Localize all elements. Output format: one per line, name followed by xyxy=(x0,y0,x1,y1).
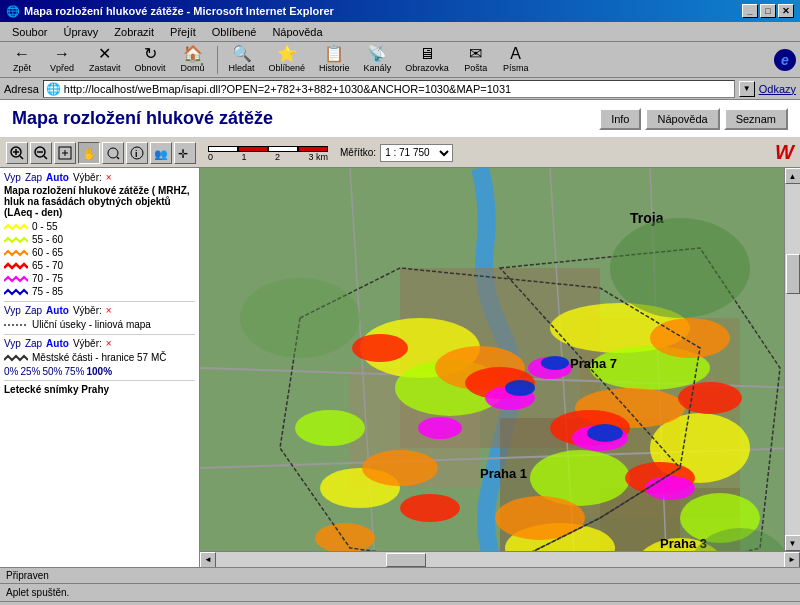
header-buttons: Info Nápověda Seznam xyxy=(599,108,788,130)
legend-vyp-3[interactable]: Vyp xyxy=(4,338,21,349)
legend-x-2[interactable]: × xyxy=(106,305,112,316)
scale-label-1: 1 xyxy=(241,152,246,162)
legend-wave-1 xyxy=(4,235,28,245)
toolbar: ← Zpět → Vpřed ✕ Zastavit ↻ Obnovit 🏠 Do… xyxy=(0,42,800,78)
svg-point-37 xyxy=(295,410,365,446)
menu-napoveda[interactable]: Nápověda xyxy=(264,24,330,40)
svg-text:✛: ✛ xyxy=(178,147,188,160)
legend-vyp-1[interactable]: Vyp xyxy=(4,172,21,183)
address-input[interactable] xyxy=(64,83,732,95)
menu-soubor[interactable]: Soubor xyxy=(4,24,55,40)
main-area: Vyp Zap Auto Výběr: × Mapa rozložení hlu… xyxy=(0,168,800,567)
legend-vyp-2[interactable]: Vyp xyxy=(4,305,21,316)
svg-line-12 xyxy=(117,157,119,159)
page-title: Mapa rozložení hlukové zátěže xyxy=(12,108,273,129)
move-button[interactable]: ✛ xyxy=(174,142,196,164)
home-button[interactable]: 🏠 Domů xyxy=(175,45,211,75)
legend-ulicni: Uliční úseky - liniová mapa xyxy=(4,318,195,331)
scroll-down-button[interactable]: ▼ xyxy=(785,535,801,551)
stop-button[interactable]: ✕ Zastavit xyxy=(84,45,126,75)
legend-label-3: 65 - 70 xyxy=(32,260,63,271)
mail-button[interactable]: ✉ Pošta xyxy=(458,45,494,75)
back-label: Zpět xyxy=(13,63,31,73)
favorites-button[interactable]: ⭐ Oblíbené xyxy=(264,45,311,75)
forward-icon: → xyxy=(54,46,70,62)
search-button[interactable]: 🔍 Hledat xyxy=(224,45,260,75)
scroll-thumb-h[interactable] xyxy=(386,553,426,567)
fullscreen-button[interactable]: 🖥 Obrazovka xyxy=(400,45,454,75)
title-bar-left: 🌐 Mapa rozložení hlukové zátěže - Micros… xyxy=(6,5,334,18)
opacity-100[interactable]: 100% xyxy=(87,366,113,377)
scroll-up-button[interactable]: ▲ xyxy=(785,168,801,184)
map-area: Troja Praha 7 Praha 1 Praha 3 Praha 2 ▲ xyxy=(200,168,800,567)
map-viewport[interactable]: Troja Praha 7 Praha 1 Praha 3 Praha 2 xyxy=(200,168,784,551)
meritko-label: Měřítko: xyxy=(340,147,376,158)
menu-zobrazit[interactable]: Zobrazit xyxy=(106,24,162,40)
refresh-button[interactable]: ↻ Obnovit xyxy=(130,45,171,75)
full-extent-icon xyxy=(58,146,72,160)
info-button[interactable]: Info xyxy=(599,108,641,130)
menu-prejit[interactable]: Přejít xyxy=(162,24,204,40)
address-dropdown[interactable]: ▼ xyxy=(739,81,755,97)
channels-icon: 📡 xyxy=(367,46,387,62)
legend-title-1: Mapa rozložení hlukové zátěže ( MRHZ, hl… xyxy=(4,185,195,218)
legend-vyber-label-2: Výběr: xyxy=(73,305,102,316)
legend-header-2: Vyp Zap Auto Výběr: × xyxy=(4,305,195,316)
legend-item-0: 0 - 55 xyxy=(4,220,195,233)
window-title: Mapa rozložení hlukové zátěže - Microsof… xyxy=(24,5,334,17)
legend-auto-3[interactable]: Auto xyxy=(46,338,69,349)
forward-button[interactable]: → Vpřed xyxy=(44,45,80,75)
search-icon: 🔍 xyxy=(232,46,252,62)
opacity-75[interactable]: 75% xyxy=(64,366,84,377)
legend-label-4: 70 - 75 xyxy=(32,273,63,284)
globe-icon: 🌐 xyxy=(46,82,61,96)
measure-button[interactable]: 👥 xyxy=(150,142,172,164)
legend-auto-1[interactable]: Auto xyxy=(46,172,69,183)
menu-upravy[interactable]: Úpravy xyxy=(55,24,106,40)
scroll-track-h[interactable] xyxy=(216,552,784,568)
scroll-track-v[interactable] xyxy=(785,184,801,535)
legend-label-2: 60 - 65 xyxy=(32,247,63,258)
legend-zap-2[interactable]: Zap xyxy=(25,305,42,316)
legend-zap-1[interactable]: Zap xyxy=(25,172,42,183)
menu-oblibene[interactable]: Oblíbené xyxy=(204,24,265,40)
opacity-0[interactable]: 0% xyxy=(4,366,18,377)
select-button[interactable] xyxy=(102,142,124,164)
select-icon xyxy=(106,146,120,160)
legend-x-3[interactable]: × xyxy=(106,338,112,349)
channels-button[interactable]: 📡 Kanály xyxy=(359,45,397,75)
address-input-wrap: 🌐 xyxy=(43,80,735,98)
legend-header-1: Vyp Zap Auto Výběr: × xyxy=(4,172,195,183)
opacity-50[interactable]: 50% xyxy=(42,366,62,377)
svg-text:✋: ✋ xyxy=(82,146,96,160)
pan-button[interactable]: ✋ xyxy=(78,142,100,164)
legend-zap-3[interactable]: Zap xyxy=(25,338,42,349)
opacity-25[interactable]: 25% xyxy=(20,366,40,377)
back-button[interactable]: ← Zpět xyxy=(4,45,40,75)
svg-point-50 xyxy=(352,334,408,362)
scroll-thumb-v[interactable] xyxy=(786,254,800,294)
font-button[interactable]: A Písma xyxy=(498,45,534,75)
scroll-left-button[interactable]: ◄ xyxy=(200,552,216,568)
info-map-button[interactable]: i xyxy=(126,142,148,164)
maximize-button[interactable]: □ xyxy=(760,4,776,18)
zoom-out-button[interactable] xyxy=(30,142,52,164)
scroll-right-button[interactable]: ► xyxy=(784,552,800,568)
svg-text:👥: 👥 xyxy=(154,147,168,160)
close-button[interactable]: ✕ xyxy=(778,4,794,18)
zoom-in-button[interactable] xyxy=(6,142,28,164)
links-label[interactable]: Odkazy xyxy=(759,83,796,95)
menu-bar: Soubor Úpravy Zobrazit Přejít Oblíbené N… xyxy=(0,22,800,42)
napoveda-button[interactable]: Nápověda xyxy=(645,108,719,130)
legend-title-2: Uliční úseky - liniová mapa xyxy=(32,319,151,330)
meritko-select[interactable]: 1 : 71 750 1 : 50 000 1 : 100 000 xyxy=(380,144,453,162)
favorites-icon: ⭐ xyxy=(277,46,297,62)
legend-x-1[interactable]: × xyxy=(106,172,112,183)
minimize-button[interactable]: _ xyxy=(742,4,758,18)
full-extent-button[interactable] xyxy=(54,142,76,164)
history-button[interactable]: 📋 Historie xyxy=(314,45,355,75)
address-bar: Adresa 🌐 ▼ Odkazy xyxy=(0,78,800,100)
legend-label-0: 0 - 55 xyxy=(32,221,58,232)
legend-auto-2[interactable]: Auto xyxy=(46,305,69,316)
seznam-button[interactable]: Seznam xyxy=(724,108,788,130)
